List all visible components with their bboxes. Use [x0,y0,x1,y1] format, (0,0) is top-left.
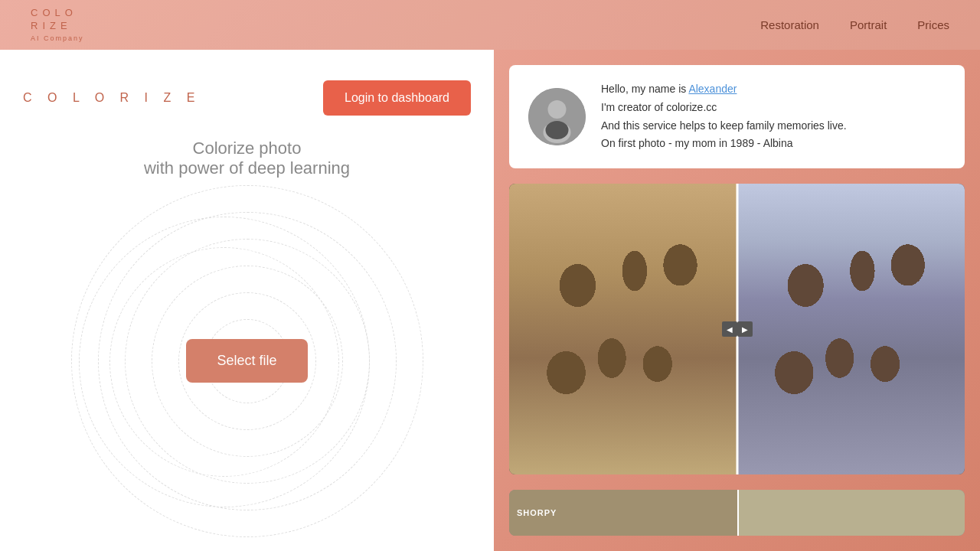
shorpy-label: SHORPY [517,508,557,517]
nav-links: Restoration Portrait Prices [760,18,949,31]
photo-after-content [737,184,965,474]
nav-logo: COLO RIZE AI Company [31,7,84,43]
creator-name-link[interactable]: Alexander [688,83,737,95]
photo-before [509,184,737,474]
creator-avatar [528,88,586,145]
creator-line2: I'm creator of colorize.cc [601,101,717,113]
avatar-icon [528,88,586,145]
comp2-divider [737,490,739,536]
nav-portrait[interactable]: Portrait [850,18,887,31]
photo-before-content [509,184,737,474]
main-layout: C O L O R I Z E Login to dashboard Color… [0,50,980,551]
comparison-handle[interactable]: ◀ ▶ [722,321,753,337]
login-button[interactable]: Login to dashboard [323,80,471,116]
comparison-inner: ◀ ▶ [509,184,965,474]
svg-point-1 [548,100,567,119]
creator-line3: And this service helps to keep family me… [601,119,847,132]
nav-prices[interactable]: Prices [917,18,949,31]
tagline-main: Colorize photo [144,139,350,158]
photo-after [737,184,965,474]
comp2-left: SHORPY [509,490,737,536]
left-header: C O L O R I Z E Login to dashboard [23,80,471,116]
creator-card: Hello, my name is Alexander I'm creator … [509,65,965,168]
tagline: Colorize photo with power of deep learni… [144,139,350,178]
handle-arrow-left: ◀ [722,321,737,337]
handle-arrow-right: ▶ [737,321,753,337]
colorize-logo: C O L O R I Z E [23,90,201,106]
navbar: COLO RIZE AI Company Restoration Portrai… [0,0,980,50]
comparison-container-1[interactable]: ◀ ▶ [509,184,965,474]
tagline-sub: with power of deep learning [144,158,350,178]
greeting-text: Hello, my name is [601,83,688,95]
right-panel: Hello, my name is Alexander I'm creator … [494,50,980,551]
creator-text: Hello, my name is Alexander I'm creator … [601,80,847,153]
svg-point-3 [546,121,569,139]
select-file-button[interactable]: Select file [186,339,307,383]
creator-line4: On first photo - my mom in 1989 - Albina [601,137,793,149]
circles-container: Select file [56,194,439,528]
nav-restoration[interactable]: Restoration [760,18,819,31]
comparison-container-2[interactable]: SHORPY [509,490,965,536]
left-panel: C O L O R I Z E Login to dashboard Color… [0,50,494,551]
comp2-right [737,490,965,536]
